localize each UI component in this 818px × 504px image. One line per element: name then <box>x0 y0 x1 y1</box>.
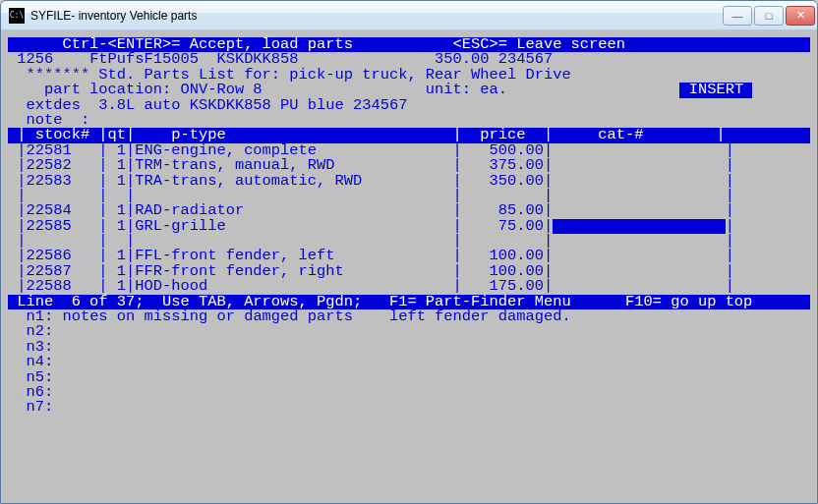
unit-label: unit: <box>426 83 480 97</box>
insert-indicator: INSERT <box>679 83 752 97</box>
note-n7: n7: <box>8 400 53 415</box>
close-button[interactable]: ✕ <box>786 6 815 26</box>
app-window: C:\ SYFILE- inventory Vehicle parts — □ … <box>0 0 818 504</box>
client-area: Ctrl-<ENTER>= Accept, load parts <ESC>= … <box>1 30 817 503</box>
app-icon: C:\ <box>9 8 25 24</box>
terminal[interactable]: Ctrl-<ENTER>= Accept, load parts <ESC>= … <box>8 37 810 496</box>
window-title: SYFILE- inventory Vehicle parts <box>30 9 723 23</box>
maximize-button[interactable]: □ <box>754 6 784 26</box>
note-n1-left[interactable]: notes on missing or damged parts <box>53 309 389 324</box>
unit-value: ea. <box>480 83 679 97</box>
titlebar[interactable]: C:\ SYFILE- inventory Vehicle parts — □ … <box>1 1 817 30</box>
minimize-button[interactable]: — <box>723 6 752 26</box>
note-n1-right[interactable]: left fender damaged. <box>389 309 571 324</box>
